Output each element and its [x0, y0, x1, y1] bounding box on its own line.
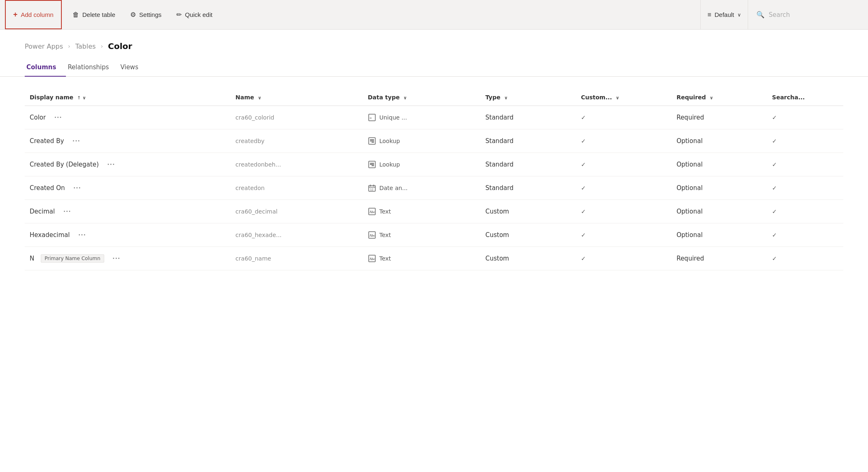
- hamburger-icon: ≡: [707, 11, 711, 19]
- svg-rect-5: [372, 142, 374, 143]
- default-view-button[interactable]: ≡ Default ∨: [700, 0, 748, 30]
- header-name[interactable]: Name ∨: [231, 90, 363, 106]
- breadcrumb-current: Color: [108, 41, 132, 51]
- cell-type: Standard: [480, 153, 576, 176]
- cell-searchable: ✓: [767, 153, 843, 176]
- add-column-button[interactable]: + Add column: [5, 0, 62, 29]
- table-row: NPrimary Name Column···cra60_name Abc Te…: [25, 247, 843, 270]
- columns-table: Display name ↑ ∨ Name ∨ Data type ∨ Type…: [25, 90, 843, 270]
- datatype-icon: Abc: [368, 231, 376, 239]
- search-placeholder: Search: [769, 11, 790, 19]
- table-row: Hexadecimal···cra60_hexade... Abc TextCu…: [25, 223, 843, 247]
- cell-type: Custom: [480, 200, 576, 223]
- breadcrumb-powerapps[interactable]: Power Apps: [25, 42, 63, 50]
- settings-button[interactable]: ⚙ Settings: [123, 0, 169, 29]
- datatype-label: Lookup: [379, 161, 400, 168]
- breadcrumb-sep-2: ›: [101, 43, 103, 49]
- cell-displayname: Color···: [25, 106, 231, 129]
- sort-type-icon: ∨: [504, 95, 508, 101]
- gear-icon: ⚙: [130, 11, 136, 19]
- cell-required: Optional: [671, 200, 767, 223]
- cell-required: Optional: [671, 176, 767, 200]
- more-options-button[interactable]: ···: [105, 159, 117, 170]
- table-row: Color···cra60_colorid = Unique ...Standa…: [25, 106, 843, 129]
- display-name-text: Decimal: [30, 208, 55, 215]
- cell-searchable: ✓: [767, 129, 843, 153]
- tab-views[interactable]: Views: [119, 59, 148, 77]
- display-name-text: Hexadecimal: [30, 231, 70, 239]
- toolbar: + Add column 🗑 Delete table ⚙ Settings ✏…: [0, 0, 868, 30]
- cell-required: Required: [671, 106, 767, 129]
- tab-columns[interactable]: Columns: [25, 59, 66, 77]
- breadcrumb-tables[interactable]: Tables: [75, 42, 96, 50]
- datatype-icon: =: [368, 113, 376, 122]
- cell-displayname: NPrimary Name Column···: [25, 247, 231, 270]
- datatype-icon: [368, 137, 376, 145]
- more-options-button[interactable]: ···: [76, 229, 88, 241]
- search-area[interactable]: 🔍 Search: [748, 0, 863, 30]
- cell-type: Standard: [480, 106, 576, 129]
- datatype-label: Text: [379, 208, 391, 215]
- more-options-button[interactable]: ···: [70, 135, 82, 147]
- sort-custom-icon: ∨: [616, 95, 620, 101]
- cell-datatype: 12 Date an...: [363, 176, 480, 200]
- svg-rect-8: [370, 164, 374, 165]
- display-name-text: Color: [30, 114, 46, 121]
- display-name-text: Created By (Delegate): [30, 161, 99, 168]
- pencil-icon: ✏: [176, 11, 182, 19]
- cell-name: createdonbeh...: [231, 153, 363, 176]
- display-name-text: Created On: [30, 184, 65, 192]
- cell-type: Standard: [480, 129, 576, 153]
- cell-name: cra60_colorid: [231, 106, 363, 129]
- datatype-label: Date an...: [379, 185, 408, 191]
- svg-text:Abc: Abc: [369, 234, 375, 237]
- tabs-container: Columns Relationships Views: [0, 51, 868, 77]
- quick-edit-button[interactable]: ✏ Quick edit: [169, 0, 220, 29]
- quick-edit-label: Quick edit: [185, 11, 213, 18]
- table-header-row: Display name ↑ ∨ Name ∨ Data type ∨ Type…: [25, 90, 843, 106]
- cell-required: Required: [671, 247, 767, 270]
- svg-rect-7: [370, 163, 374, 164]
- datatype-label: Lookup: [379, 138, 400, 144]
- more-options-button[interactable]: ···: [61, 206, 73, 217]
- default-label: Default: [714, 11, 734, 18]
- cell-searchable: ✓: [767, 106, 843, 129]
- datatype-label: Text: [379, 232, 391, 238]
- table-row: Created By (Delegate)···createdonbeh... …: [25, 153, 843, 176]
- more-options-button[interactable]: ···: [52, 112, 64, 123]
- more-options-button[interactable]: ···: [111, 253, 122, 264]
- cell-displayname: Hexadecimal···: [25, 223, 231, 247]
- more-options-button[interactable]: ···: [71, 182, 83, 194]
- cell-custom: ✓: [576, 106, 671, 129]
- cell-custom: ✓: [576, 247, 671, 270]
- datatype-label: Unique ...: [379, 114, 407, 121]
- header-type[interactable]: Type ∨: [480, 90, 576, 106]
- cell-datatype: Lookup: [363, 153, 480, 176]
- cell-name: createdon: [231, 176, 363, 200]
- columns-table-area: Display name ↑ ∨ Name ∨ Data type ∨ Type…: [0, 77, 868, 270]
- cell-name: cra60_hexade...: [231, 223, 363, 247]
- cell-name: cra60_name: [231, 247, 363, 270]
- cell-datatype: = Unique ...: [363, 106, 480, 129]
- tab-relationships[interactable]: Relationships: [66, 59, 119, 77]
- svg-text:Abc: Abc: [369, 257, 375, 261]
- cell-required: Optional: [671, 153, 767, 176]
- plus-icon: +: [13, 10, 18, 19]
- header-required[interactable]: Required ∨: [671, 90, 767, 106]
- cell-type: Standard: [480, 176, 576, 200]
- table-row: Created On···createdon 12 Date an...Stan…: [25, 176, 843, 200]
- header-datatype[interactable]: Data type ∨: [363, 90, 480, 106]
- sort-name-icon: ∨: [258, 95, 262, 101]
- breadcrumb: Power Apps › Tables › Color: [0, 30, 868, 51]
- header-custom[interactable]: Custom... ∨: [576, 90, 671, 106]
- display-name-text: N: [30, 255, 34, 262]
- header-displayname[interactable]: Display name ↑ ∨: [25, 90, 231, 106]
- table-row: Decimal···cra60_decimal Abc TextCustom✓O…: [25, 200, 843, 223]
- cell-searchable: ✓: [767, 176, 843, 200]
- cell-displayname: Decimal···: [25, 200, 231, 223]
- delete-table-button[interactable]: 🗑 Delete table: [65, 0, 123, 29]
- chevron-down-icon: ∨: [737, 12, 741, 18]
- header-searchable[interactable]: Searcha...: [767, 90, 843, 106]
- delete-table-label: Delete table: [82, 11, 115, 18]
- cell-type: Custom: [480, 247, 576, 270]
